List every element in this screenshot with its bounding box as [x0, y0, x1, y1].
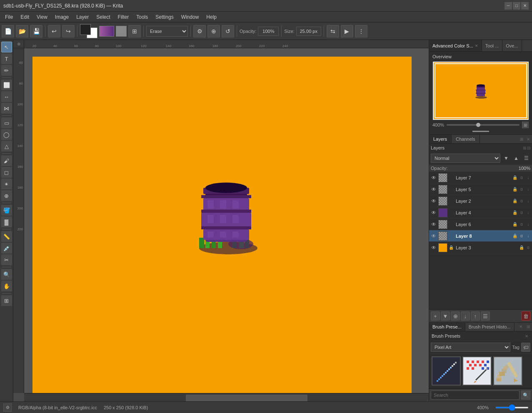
menu-view[interactable]: View: [33, 13, 51, 21]
menu-help[interactable]: Help: [203, 13, 220, 21]
layer-alpha[interactable]: α: [519, 175, 525, 181]
text-tool-button[interactable]: T: [1, 53, 12, 64]
layer-alpha[interactable]: α: [519, 198, 525, 204]
zoom-tool[interactable]: 🔍: [1, 269, 12, 280]
menu-filter[interactable]: Filter: [115, 13, 132, 21]
menu-layer[interactable]: Layer: [73, 13, 92, 21]
layer-alpha-lock[interactable]: 🔒: [519, 245, 525, 251]
zoom-expand-button[interactable]: ⊞: [522, 122, 529, 128]
delete-layer-button[interactable]: 🗑: [521, 311, 530, 321]
canvas-viewport[interactable]: [24, 48, 429, 393]
brush-preset-item[interactable]: [493, 356, 522, 386]
assistants-tool[interactable]: ⊞: [1, 295, 12, 306]
erase-select[interactable]: Erase: [146, 26, 188, 37]
brush-tag-select[interactable]: Pixel Art: [431, 343, 510, 352]
gradient-selector[interactable]: [99, 26, 114, 37]
layer-alpha[interactable]: α: [519, 233, 525, 239]
brush-presets-close-btn[interactable]: ✕: [524, 333, 530, 339]
channels-tab[interactable]: Channels: [452, 135, 480, 143]
layer-row[interactable]: 👁 Layer 7 🔒 α ↓: [429, 172, 532, 184]
layer-inherit[interactable]: ↓: [525, 175, 531, 181]
freehand-tool-button[interactable]: ✏: [1, 65, 12, 76]
color-selector[interactable]: [80, 24, 97, 38]
layer-inherit[interactable]: ↓: [525, 210, 531, 216]
layer-visibility-eye[interactable]: 👁: [430, 221, 437, 228]
layer-alpha[interactable]: α: [519, 210, 525, 216]
layers-panel-close[interactable]: ✕: [525, 136, 531, 142]
layers-panel-settings[interactable]: ⊞: [519, 136, 525, 142]
layer-blend-mode-select[interactable]: Normal: [431, 154, 500, 163]
layer-inherit[interactable]: ↓: [525, 221, 531, 227]
select-tool-button[interactable]: ↖: [1, 42, 12, 52]
layer-alpha-lock[interactable]: 🔒: [512, 221, 518, 227]
layer-inherit[interactable]: ↓: [525, 233, 531, 239]
brush-tag-button[interactable]: 🏷: [521, 343, 530, 352]
layers-collapse-btn[interactable]: ▲: [512, 154, 520, 162]
layer-alpha-lock[interactable]: 🔒: [512, 175, 518, 181]
grid-button[interactable]: ⊞: [128, 25, 141, 37]
layer-visibility-eye[interactable]: 👁: [430, 186, 437, 193]
minimize-button[interactable]: ─: [505, 2, 512, 10]
refresh-button[interactable]: ↺: [222, 25, 234, 37]
move-layer-down-button[interactable]: ↓: [461, 311, 470, 321]
layer-alpha[interactable]: α: [519, 187, 525, 192]
layers-expand-btn[interactable]: ▼: [502, 154, 510, 162]
layer-alpha-lock[interactable]: 🔒: [512, 233, 518, 239]
ellipse-select-tool[interactable]: ◯: [1, 129, 12, 140]
layer-visibility-eye[interactable]: 👁: [430, 232, 437, 240]
layer-row[interactable]: 👁 🔒 Layer 3 🔒 α: [429, 242, 532, 254]
zoom-status-slider[interactable]: [495, 407, 529, 408]
maximize-button[interactable]: □: [513, 2, 520, 10]
menu-image[interactable]: Image: [52, 13, 72, 21]
advanced-color-tab[interactable]: Advanced Color S... ✕: [429, 40, 482, 51]
open-button[interactable]: 📂: [16, 25, 28, 37]
layer-visibility-eye[interactable]: 👁: [430, 244, 437, 251]
brush-panel-settings[interactable]: ⊞: [525, 323, 531, 329]
move-layer-up-button[interactable]: ↑: [471, 311, 480, 321]
brush-preset-item[interactable]: [462, 356, 492, 386]
extra-button[interactable]: ⋮: [355, 25, 367, 37]
horizontal-scrollbar[interactable]: [24, 393, 429, 401]
scissors-tool[interactable]: ✂: [1, 254, 12, 265]
layer-row[interactable]: 👁 Layer 6 🔒 α ↓: [429, 219, 532, 230]
rect-select-tool[interactable]: ▭: [1, 117, 12, 128]
tool-tab[interactable]: Tool ...: [482, 40, 502, 51]
duplicate-layer-button[interactable]: ⊕: [451, 311, 460, 321]
menu-edit[interactable]: Edit: [17, 13, 32, 21]
opacity-input[interactable]: [258, 27, 279, 36]
pan-tool[interactable]: ✋: [1, 281, 12, 291]
layer-visibility-eye[interactable]: 👁: [430, 197, 437, 205]
undo-button[interactable]: ↩: [48, 25, 60, 37]
layers-filter-btn[interactable]: ☰: [522, 154, 530, 162]
pattern-selector[interactable]: [116, 26, 127, 37]
layer-visibility-eye[interactable]: 👁: [430, 174, 437, 182]
transform-tool-button[interactable]: ↔: [1, 91, 12, 102]
measure-tool[interactable]: 📏: [1, 231, 12, 242]
zoom-slider[interactable]: [447, 124, 520, 126]
close-button[interactable]: ✕: [521, 2, 529, 10]
layer-inherit[interactable]: ↓: [525, 187, 531, 192]
menu-window[interactable]: Window: [178, 13, 202, 21]
brush-presets-button[interactable]: ⊕: [207, 25, 220, 37]
search-input[interactable]: [431, 391, 520, 400]
save-button[interactable]: 💾: [30, 25, 42, 37]
brush-preset-item[interactable]: [432, 356, 461, 386]
overview-ext-tab[interactable]: Ove...: [502, 40, 522, 51]
fill-tool[interactable]: 🪣: [1, 205, 12, 216]
layer-alpha-lock[interactable]: 🔒: [512, 210, 518, 216]
foreground-color-swatch[interactable]: [80, 24, 91, 35]
menu-tools[interactable]: Tools: [133, 13, 151, 21]
smart-patch-tool[interactable]: ✴: [1, 179, 12, 189]
new-document-button[interactable]: 📄: [2, 25, 14, 37]
clone-tool[interactable]: ⊕: [1, 190, 12, 201]
mirror-h-button[interactable]: ⇆: [327, 25, 339, 37]
layer-alpha[interactable]: α: [525, 245, 531, 251]
paint-brush-tool[interactable]: 🖌: [1, 155, 12, 166]
close-advanced-color-tab[interactable]: ✕: [475, 44, 478, 48]
layer-alpha-lock[interactable]: 🔒: [512, 187, 518, 192]
layers-tab[interactable]: Layers: [429, 135, 452, 143]
eyedropper-tool[interactable]: 💉: [1, 243, 12, 254]
layer-row[interactable]: 👁 Layer 2 🔒 α ↓: [429, 195, 532, 207]
brush-history-tab[interactable]: Brush Preset Histo...: [465, 323, 515, 331]
menu-settings[interactable]: Settings: [152, 13, 177, 21]
